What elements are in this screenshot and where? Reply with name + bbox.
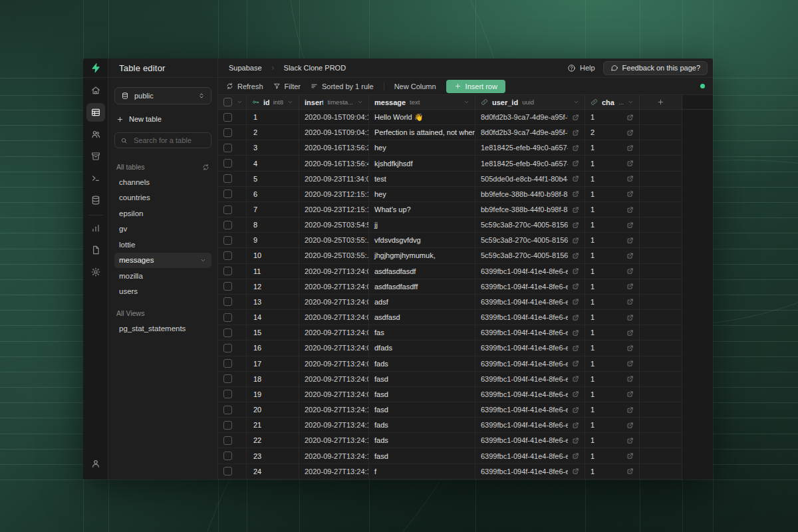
external-link-icon[interactable] (572, 175, 579, 182)
cell-inserted-at[interactable]: 2020-09-25T03:55:... (299, 233, 369, 248)
cell-channel-id[interactable]: 1 (585, 202, 640, 217)
cell-id[interactable]: 20 (247, 402, 299, 418)
cell-message[interactable]: vfdsvdsgvfdvg (369, 233, 475, 248)
cell-user-id[interactable]: 6399fbc1-094f-41e4-8fe6-e16e... (475, 310, 585, 325)
sidebar-table-item[interactable]: users (114, 284, 211, 300)
cell-id[interactable]: 16 (247, 340, 299, 356)
cell-id[interactable]: 19 (247, 387, 299, 402)
cell-inserted-at[interactable]: 2020-09-27T13:24:0... (299, 325, 369, 340)
sidebar-table-item[interactable]: countries (114, 190, 211, 206)
cell-id[interactable]: 7 (247, 202, 299, 217)
external-link-icon[interactable] (572, 237, 579, 244)
new-table-button[interactable]: New table (116, 115, 209, 123)
cell-inserted-at[interactable]: 2020-09-27T13:24:11... (299, 464, 369, 479)
cell-inserted-at[interactable]: 2020-09-23T12:15:19... (299, 202, 369, 217)
select-all-checkbox[interactable] (223, 98, 232, 106)
external-link-icon[interactable] (626, 298, 634, 305)
cell-user-id[interactable]: 8d0fd2b3-9ca7-4d9e-a95f-9e1... (475, 110, 585, 125)
external-link-icon[interactable] (572, 422, 579, 429)
external-link-icon[interactable] (572, 283, 579, 290)
cell-user-id[interactable]: 6399fbc1-094f-41e4-8fe6-e16e... (475, 325, 585, 340)
row-checkbox[interactable] (223, 282, 232, 291)
cell-user-id[interactable]: 6399fbc1-094f-41e4-8fe6-e16e... (475, 264, 585, 279)
external-link-icon[interactable] (572, 344, 579, 352)
cell-user-id[interactable]: 6399fbc1-094f-41e4-8fe6-e16e... (475, 433, 585, 448)
row-select-cell[interactable] (218, 340, 247, 356)
cell-user-id[interactable]: 6399fbc1-094f-41e4-8fe6-e16e... (475, 340, 585, 356)
cell-id[interactable]: 4 (247, 156, 299, 171)
row-select-cell[interactable] (218, 464, 247, 479)
row-select-cell[interactable] (218, 356, 247, 372)
row-checkbox[interactable] (223, 359, 232, 368)
cell-inserted-at[interactable]: 2020-09-25T03:55:... (299, 248, 369, 263)
sidebar-table-item[interactable]: gv (114, 221, 211, 237)
cell-inserted-at[interactable]: 2020-09-27T13:24:0... (299, 295, 369, 310)
row-checkbox[interactable] (223, 267, 232, 275)
external-link-icon[interactable] (572, 375, 579, 382)
external-link-icon[interactable] (626, 190, 634, 198)
external-link-icon[interactable] (626, 422, 634, 429)
external-link-icon[interactable] (572, 452, 579, 460)
cell-inserted-at[interactable]: 2020-09-27T13:24:0... (299, 264, 369, 279)
cell-inserted-at[interactable]: 2020-09-27T13:24:0... (299, 356, 369, 372)
cell-id[interactable]: 11 (247, 264, 299, 279)
nav-database[interactable] (86, 191, 105, 209)
cell-message[interactable]: fas (369, 325, 475, 340)
cell-id[interactable]: 10 (247, 248, 299, 263)
cell-id[interactable]: 6 (247, 187, 299, 202)
cell-user-id[interactable]: 6399fbc1-094f-41e4-8fe6-e16e... (475, 448, 585, 464)
row-checkbox[interactable] (223, 313, 232, 322)
column-header-channel-id[interactable]: cha... ... (585, 95, 640, 110)
cell-message[interactable]: What's up? (369, 202, 475, 217)
row-select-cell[interactable] (218, 418, 247, 433)
cell-channel-id[interactable]: 2 (585, 125, 640, 140)
cell-message[interactable]: kjshdfkjhsdf (369, 156, 475, 171)
row-checkbox[interactable] (223, 236, 232, 245)
cell-inserted-at[interactable]: 2020-09-27T13:24:0... (299, 372, 369, 387)
cell-inserted-at[interactable]: 2020-09-27T13:24:0... (299, 387, 369, 402)
cell-id[interactable]: 2 (247, 125, 299, 140)
cell-channel-id[interactable]: 1 (585, 372, 640, 387)
external-link-icon[interactable] (572, 390, 579, 398)
cell-channel-id[interactable]: 1 (585, 156, 640, 171)
nav-settings[interactable] (86, 263, 105, 281)
row-select-cell[interactable] (218, 110, 247, 125)
external-link-icon[interactable] (572, 252, 579, 259)
row-select-cell[interactable] (218, 387, 247, 402)
cell-id[interactable]: 12 (247, 279, 299, 295)
cell-id[interactable]: 21 (247, 418, 299, 433)
cell-id[interactable]: 18 (247, 372, 299, 387)
cell-inserted-at[interactable]: 2020-09-27T13:24:1... (299, 402, 369, 418)
sidebar-table-item[interactable]: messages (114, 253, 211, 269)
cell-channel-id[interactable]: 1 (585, 340, 640, 356)
row-select-cell[interactable] (218, 248, 247, 263)
add-column-header[interactable] (640, 95, 682, 110)
row-checkbox[interactable] (223, 374, 232, 383)
row-checkbox[interactable] (223, 190, 232, 198)
sidebar-table-item[interactable]: mozilla (114, 268, 211, 284)
external-link-icon[interactable] (626, 314, 634, 321)
cell-user-id[interactable]: 6399fbc1-094f-41e4-8fe6-e16e... (475, 279, 585, 295)
external-link-icon[interactable] (626, 129, 634, 136)
cell-id[interactable]: 3 (247, 140, 299, 156)
row-checkbox[interactable] (223, 436, 232, 445)
row-select-cell[interactable] (218, 125, 247, 140)
external-link-icon[interactable] (626, 375, 634, 382)
cell-message[interactable]: fads (369, 356, 475, 372)
cell-message[interactable]: fasd (369, 387, 475, 402)
external-link-icon[interactable] (626, 344, 634, 352)
sidebar-table-item[interactable]: epsilon (114, 205, 211, 221)
external-link-icon[interactable] (626, 390, 634, 398)
external-link-icon[interactable] (626, 175, 634, 182)
cell-inserted-at[interactable]: 2020-09-25T03:54:5... (299, 217, 369, 233)
cell-user-id[interactable]: 1e818425-efeb-49c0-a657-547a... (475, 140, 585, 156)
external-link-icon[interactable] (626, 283, 634, 290)
cell-user-id[interactable]: bb9fefce-388b-44f0-b98f-83e... (475, 187, 585, 202)
nav-storage[interactable] (86, 147, 105, 166)
cell-channel-id[interactable]: 1 (585, 295, 640, 310)
external-link-icon[interactable] (572, 221, 579, 229)
external-link-icon[interactable] (572, 329, 579, 336)
sidebar-table-item[interactable]: pg_stat_statements (114, 321, 211, 336)
external-link-icon[interactable] (572, 360, 579, 367)
external-link-icon[interactable] (626, 452, 634, 460)
